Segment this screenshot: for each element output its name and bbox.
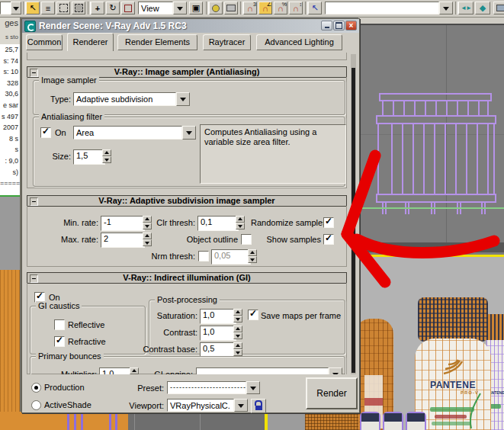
select-move-icon[interactable]: + <box>91 2 104 14</box>
max-rate-field[interactable]: 2 <box>101 233 145 248</box>
saturation-spinner[interactable] <box>233 309 242 322</box>
percent-snap-icon[interactable]: ∩% <box>274 2 287 14</box>
select-manipulate-icon[interactable] <box>209 2 223 14</box>
label-bar-green <box>430 407 474 412</box>
contrast-spinner[interactable] <box>233 326 242 339</box>
render-scene-dialog: Render Scene: V-Ray Adv 1.5 RC3 × Common… <box>21 18 360 413</box>
combo-arrow-icon[interactable] <box>173 2 187 14</box>
size-spinner[interactable] <box>102 149 111 163</box>
layer-manager-icon[interactable] <box>493 2 504 14</box>
tab-render-elements[interactable]: Render Elements <box>117 34 197 50</box>
render-button[interactable]: Render <box>306 377 358 409</box>
collapse-icon[interactable] <box>30 274 38 283</box>
reference-coordinate-combo[interactable]: View <box>138 2 187 14</box>
select-scale-icon[interactable] <box>121 2 135 14</box>
dialog-titlebar[interactable]: Render Scene: V-Ray Adv 1.5 RC3 × <box>22 19 359 33</box>
close-button[interactable]: × <box>345 21 357 30</box>
spinner-down-icon[interactable] <box>233 332 242 339</box>
activeshade-radio[interactable] <box>31 400 41 410</box>
spinner-up-icon[interactable] <box>248 249 257 256</box>
spinner-up-icon[interactable] <box>233 326 242 332</box>
combo-arrow-icon[interactable] <box>234 399 248 412</box>
combo-arrow-icon[interactable] <box>439 2 453 14</box>
select-by-name-icon[interactable]: ≡ <box>41 2 55 14</box>
combo-arrow-icon[interactable] <box>176 92 190 106</box>
rollout-scrollbar-thumb[interactable] <box>352 68 355 373</box>
combo-arrow-icon[interactable] <box>246 381 260 394</box>
nrm-thresh-checkbox[interactable] <box>198 251 209 262</box>
spinner-up-icon[interactable] <box>130 367 139 374</box>
angle-snap-icon[interactable]: ∩∠ <box>258 2 272 14</box>
spinner-up-icon[interactable] <box>102 149 111 156</box>
preset-dropdown[interactable]: ------------------------- <box>167 381 260 394</box>
snap-toggle-3d-icon[interactable]: ∩3 <box>243 2 257 14</box>
nrm-thresh-spinner[interactable] <box>248 249 257 263</box>
save-maps-checkbox[interactable] <box>248 310 258 320</box>
tab-advanced-lighting[interactable]: Advanced Lighting <box>256 34 342 50</box>
tab-raytracer[interactable]: Raytracer <box>203 34 251 50</box>
combo-arrow-icon[interactable] <box>182 126 196 140</box>
saturation-field[interactable]: 1,0 <box>200 309 236 324</box>
reflective-checkbox[interactable] <box>54 319 65 330</box>
jar-wireframe <box>360 412 380 430</box>
spinner-up-icon[interactable] <box>233 309 242 316</box>
spinner-down-icon[interactable] <box>102 156 111 163</box>
size-field[interactable]: 1,5 <box>73 149 105 165</box>
select-object-icon[interactable]: ↖ <box>26 2 40 14</box>
spinner-down-icon[interactable] <box>143 239 152 246</box>
max-rate-spinner[interactable] <box>143 233 152 246</box>
named-selection-sets-combo[interactable] <box>325 2 453 14</box>
tab-common[interactable]: Common <box>26 34 63 50</box>
multiplier-field[interactable]: 1,0 <box>99 367 133 374</box>
use-center-icon[interactable]: ▣ <box>189 2 203 14</box>
refractive-checkbox[interactable] <box>54 336 65 347</box>
maximize-button[interactable] <box>333 21 345 30</box>
viewport[interactable]: PANTENE PANTENE PRO-V <box>358 17 504 430</box>
select-rotate-icon[interactable]: ↻ <box>106 2 120 14</box>
show-samples-checkbox[interactable] <box>323 234 334 245</box>
collapse-icon[interactable] <box>30 69 38 77</box>
align-icon[interactable]: ◆ <box>475 2 490 14</box>
spinner-snap-icon[interactable]: ∩↕ <box>289 2 303 14</box>
max-rate-label: Max. rate: <box>45 235 98 245</box>
edit-named-selections-icon[interactable]: ↖ <box>308 2 322 14</box>
collapse-icon[interactable] <box>30 197 38 206</box>
combo-arrow-icon[interactable] <box>329 367 342 374</box>
multiplier-spinner[interactable] <box>130 367 139 374</box>
minimize-button[interactable] <box>321 21 332 30</box>
clr-thresh-field[interactable]: 0,1 <box>197 216 239 231</box>
spinner-down-icon[interactable] <box>233 316 242 322</box>
gi-engine-dropdown[interactable] <box>196 367 342 374</box>
spinner-up-icon[interactable] <box>236 216 245 223</box>
mirror-icon[interactable]: ◄► <box>458 2 474 14</box>
viewport-bottom-strip <box>0 412 358 430</box>
contrast-field[interactable]: 1,0 <box>200 326 236 341</box>
selection-region-icon[interactable] <box>56 2 70 14</box>
dialog-title: Render Scene: V-Ray Adv 1.5 RC3 <box>39 21 187 31</box>
rollout-gi-header[interactable]: V-Ray:: Indirect illumination (GI) <box>27 272 347 284</box>
spinner-down-icon[interactable] <box>248 256 257 263</box>
viewport-dropdown[interactable]: VRayPhysicalC. <box>167 399 248 412</box>
spinner-up-icon[interactable] <box>143 233 152 239</box>
viewport-top-view[interactable] <box>358 25 504 257</box>
tab-renderer[interactable]: Renderer <box>67 33 114 51</box>
nrm-thresh-field[interactable]: 0,05 <box>211 249 251 265</box>
keyboard-override-icon[interactable] <box>224 2 238 14</box>
viewport-bottom-view[interactable]: PANTENE PANTENE PRO-V <box>358 257 504 430</box>
gi-engine-label: GI engine: <box>147 370 193 374</box>
production-radio[interactable] <box>31 383 41 393</box>
clr-thresh-spinner[interactable] <box>236 216 245 229</box>
spinner-down-icon[interactable] <box>236 223 245 229</box>
sampler-type-dropdown[interactable]: Adaptive subdivision <box>73 92 190 106</box>
aa-on-checkbox[interactable] <box>40 127 51 138</box>
jar-cap <box>407 413 425 422</box>
window-crossing-icon[interactable] <box>72 2 85 14</box>
viewport-lock-button[interactable] <box>251 399 266 413</box>
aa-filter-dropdown[interactable]: Area <box>73 126 196 140</box>
randomize-samples-checkbox[interactable] <box>323 217 334 228</box>
bottle-cap-right <box>486 314 504 342</box>
object-outline-checkbox[interactable] <box>241 234 252 245</box>
clr-thresh-label: Clr thresh: <box>129 218 195 228</box>
rollout-adaptive-header[interactable]: V-Ray:: Adaptive subdivision image sampl… <box>27 195 347 207</box>
selection-filter-combo-arrow-icon[interactable] <box>11 2 21 14</box>
